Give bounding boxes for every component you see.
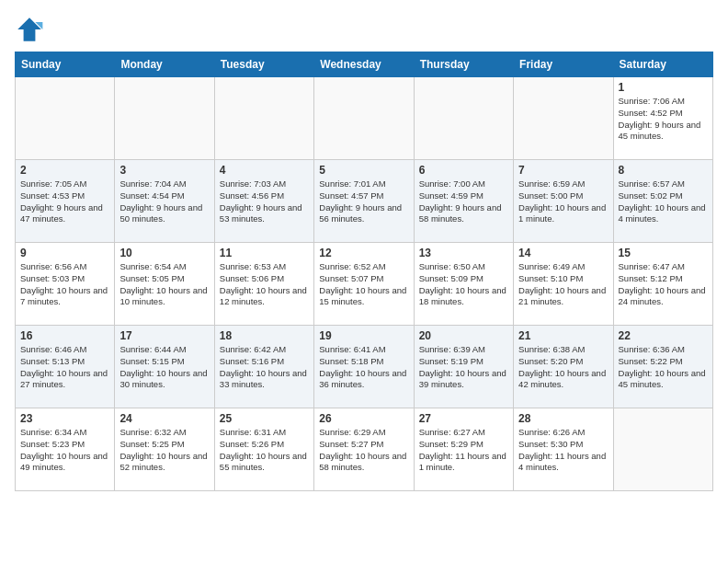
- calendar-cell: [314, 77, 414, 160]
- day-number: 9: [20, 247, 109, 259]
- day-info: Sunrise: 6:41 AM Sunset: 5:18 PM Dayligh…: [319, 344, 408, 391]
- calendar-cell: 20Sunrise: 6:39 AM Sunset: 5:19 PM Dayli…: [414, 326, 513, 408]
- calendar-cell: 25Sunrise: 6:31 AM Sunset: 5:26 PM Dayli…: [214, 408, 313, 491]
- week-row-4: 16Sunrise: 6:46 AM Sunset: 5:13 PM Dayli…: [16, 326, 713, 408]
- day-info: Sunrise: 7:00 AM Sunset: 4:59 PM Dayligh…: [419, 178, 508, 225]
- day-info: Sunrise: 6:42 AM Sunset: 5:16 PM Dayligh…: [220, 344, 309, 391]
- day-number: 28: [518, 412, 608, 425]
- calendar-cell: 5Sunrise: 7:01 AM Sunset: 4:57 PM Daylig…: [314, 160, 414, 243]
- day-info: Sunrise: 6:50 AM Sunset: 5:09 PM Dayligh…: [419, 261, 508, 308]
- day-number: 15: [619, 247, 708, 259]
- logo: [15, 15, 48, 44]
- calendar-cell: 19Sunrise: 6:41 AM Sunset: 5:18 PM Dayli…: [314, 326, 414, 408]
- page-header: [15, 15, 713, 44]
- day-number: 2: [20, 164, 109, 177]
- day-number: 12: [319, 247, 408, 259]
- day-number: 14: [518, 247, 608, 259]
- day-info: Sunrise: 6:56 AM Sunset: 5:03 PM Dayligh…: [20, 261, 109, 308]
- calendar-cell: 27Sunrise: 6:27 AM Sunset: 5:29 PM Dayli…: [414, 408, 513, 491]
- calendar-cell: 2Sunrise: 7:05 AM Sunset: 4:53 PM Daylig…: [16, 160, 115, 243]
- day-info: Sunrise: 6:34 AM Sunset: 5:23 PM Dayligh…: [20, 427, 109, 474]
- day-info: Sunrise: 6:52 AM Sunset: 5:07 PM Dayligh…: [319, 261, 408, 308]
- weekday-header-row: SundayMondayTuesdayWednesdayThursdayFrid…: [16, 52, 713, 77]
- day-info: Sunrise: 6:27 AM Sunset: 5:29 PM Dayligh…: [419, 427, 508, 474]
- weekday-header-tuesday: Tuesday: [214, 52, 313, 77]
- day-info: Sunrise: 6:39 AM Sunset: 5:19 PM Dayligh…: [419, 344, 508, 391]
- calendar-cell: 12Sunrise: 6:52 AM Sunset: 5:07 PM Dayli…: [314, 243, 414, 326]
- logo-icon: [15, 15, 44, 44]
- calendar-cell: 16Sunrise: 6:46 AM Sunset: 5:13 PM Dayli…: [16, 326, 115, 408]
- calendar-cell: [115, 77, 214, 160]
- calendar-cell: 9Sunrise: 6:56 AM Sunset: 5:03 PM Daylig…: [16, 243, 115, 326]
- day-number: 5: [319, 164, 408, 177]
- calendar-cell: [613, 408, 712, 491]
- weekday-header-saturday: Saturday: [613, 52, 712, 77]
- day-number: 19: [319, 329, 408, 342]
- day-info: Sunrise: 6:54 AM Sunset: 5:05 PM Dayligh…: [119, 261, 209, 308]
- calendar-cell: 24Sunrise: 6:32 AM Sunset: 5:25 PM Dayli…: [115, 408, 214, 491]
- day-info: Sunrise: 7:05 AM Sunset: 4:53 PM Dayligh…: [20, 178, 109, 225]
- weekday-header-wednesday: Wednesday: [314, 52, 414, 77]
- calendar-cell: 1Sunrise: 7:06 AM Sunset: 4:52 PM Daylig…: [613, 77, 712, 160]
- day-info: Sunrise: 7:03 AM Sunset: 4:56 PM Dayligh…: [220, 178, 309, 225]
- day-info: Sunrise: 6:31 AM Sunset: 5:26 PM Dayligh…: [220, 427, 309, 474]
- week-row-5: 23Sunrise: 6:34 AM Sunset: 5:23 PM Dayli…: [16, 408, 713, 491]
- weekday-header-monday: Monday: [115, 52, 214, 77]
- day-info: Sunrise: 6:36 AM Sunset: 5:22 PM Dayligh…: [619, 344, 708, 391]
- day-info: Sunrise: 6:44 AM Sunset: 5:15 PM Dayligh…: [119, 344, 209, 391]
- weekday-header-sunday: Sunday: [16, 52, 115, 77]
- day-number: 4: [220, 164, 309, 177]
- day-info: Sunrise: 6:57 AM Sunset: 5:02 PM Dayligh…: [619, 178, 708, 225]
- calendar-cell: 26Sunrise: 6:29 AM Sunset: 5:27 PM Dayli…: [314, 408, 414, 491]
- calendar-table: SundayMondayTuesdayWednesdayThursdayFrid…: [15, 52, 713, 491]
- day-info: Sunrise: 6:32 AM Sunset: 5:25 PM Dayligh…: [119, 427, 209, 474]
- calendar-cell: 4Sunrise: 7:03 AM Sunset: 4:56 PM Daylig…: [214, 160, 313, 243]
- calendar-cell: 23Sunrise: 6:34 AM Sunset: 5:23 PM Dayli…: [16, 408, 115, 491]
- calendar-cell: 8Sunrise: 6:57 AM Sunset: 5:02 PM Daylig…: [613, 160, 712, 243]
- calendar-cell: [514, 77, 613, 160]
- day-number: 1: [619, 81, 708, 94]
- day-number: 6: [419, 164, 508, 177]
- week-row-1: 1Sunrise: 7:06 AM Sunset: 4:52 PM Daylig…: [16, 77, 713, 160]
- weekday-header-thursday: Thursday: [414, 52, 513, 77]
- calendar-cell: [214, 77, 313, 160]
- day-number: 26: [319, 412, 408, 425]
- day-info: Sunrise: 6:53 AM Sunset: 5:06 PM Dayligh…: [220, 261, 309, 308]
- calendar-cell: 13Sunrise: 6:50 AM Sunset: 5:09 PM Dayli…: [414, 243, 513, 326]
- day-number: 22: [619, 329, 708, 342]
- day-number: 8: [619, 164, 708, 177]
- week-row-2: 2Sunrise: 7:05 AM Sunset: 4:53 PM Daylig…: [16, 160, 713, 243]
- calendar-cell: 17Sunrise: 6:44 AM Sunset: 5:15 PM Dayli…: [115, 326, 214, 408]
- day-number: 24: [119, 412, 209, 425]
- day-info: Sunrise: 7:01 AM Sunset: 4:57 PM Dayligh…: [319, 178, 408, 225]
- calendar-cell: 3Sunrise: 7:04 AM Sunset: 4:54 PM Daylig…: [115, 160, 214, 243]
- calendar-cell: [414, 77, 513, 160]
- calendar-cell: 22Sunrise: 6:36 AM Sunset: 5:22 PM Dayli…: [613, 326, 712, 408]
- day-info: Sunrise: 6:46 AM Sunset: 5:13 PM Dayligh…: [20, 344, 109, 391]
- day-number: 11: [220, 247, 309, 259]
- calendar-cell: 10Sunrise: 6:54 AM Sunset: 5:05 PM Dayli…: [115, 243, 214, 326]
- day-info: Sunrise: 6:26 AM Sunset: 5:30 PM Dayligh…: [518, 427, 608, 474]
- calendar-cell: 28Sunrise: 6:26 AM Sunset: 5:30 PM Dayli…: [514, 408, 613, 491]
- day-info: Sunrise: 6:47 AM Sunset: 5:12 PM Dayligh…: [619, 261, 708, 308]
- day-number: 27: [419, 412, 508, 425]
- day-number: 13: [419, 247, 508, 259]
- day-number: 23: [20, 412, 109, 425]
- day-info: Sunrise: 7:06 AM Sunset: 4:52 PM Dayligh…: [619, 96, 708, 143]
- day-number: 25: [220, 412, 309, 425]
- calendar-cell: 18Sunrise: 6:42 AM Sunset: 5:16 PM Dayli…: [214, 326, 313, 408]
- calendar-cell: 21Sunrise: 6:38 AM Sunset: 5:20 PM Dayli…: [514, 326, 613, 408]
- day-number: 18: [220, 329, 309, 342]
- day-number: 17: [119, 329, 209, 342]
- day-info: Sunrise: 6:38 AM Sunset: 5:20 PM Dayligh…: [518, 344, 608, 391]
- week-row-3: 9Sunrise: 6:56 AM Sunset: 5:03 PM Daylig…: [16, 243, 713, 326]
- calendar-cell: [16, 77, 115, 160]
- day-number: 7: [518, 164, 608, 177]
- day-info: Sunrise: 7:04 AM Sunset: 4:54 PM Dayligh…: [119, 178, 209, 225]
- weekday-header-friday: Friday: [514, 52, 613, 77]
- calendar-cell: 15Sunrise: 6:47 AM Sunset: 5:12 PM Dayli…: [613, 243, 712, 326]
- day-number: 10: [119, 247, 209, 259]
- day-info: Sunrise: 6:29 AM Sunset: 5:27 PM Dayligh…: [319, 427, 408, 474]
- calendar-cell: 6Sunrise: 7:00 AM Sunset: 4:59 PM Daylig…: [414, 160, 513, 243]
- day-number: 20: [419, 329, 508, 342]
